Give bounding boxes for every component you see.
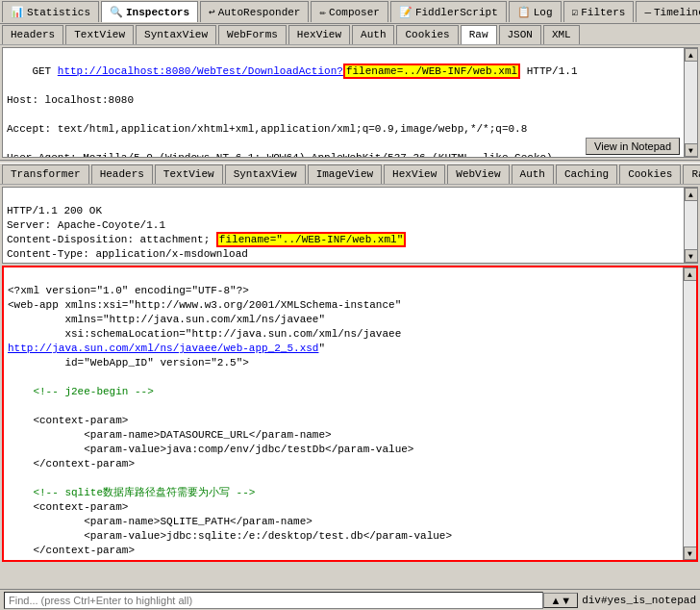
tab-log-label: Log bbox=[534, 7, 553, 18]
response-header-content: HTTP/1.1 200 OK Server: Apache-Coyote/1.… bbox=[3, 188, 697, 264]
res-tab-raw[interactable]: Raw bbox=[683, 165, 700, 184]
req-tab-raw[interactable]: Raw bbox=[461, 25, 497, 44]
bottom-right-label: div#yes_is_notepad bbox=[582, 595, 696, 606]
param-name-1: <param-name>DATASOURCE_URL</param-name> bbox=[8, 429, 332, 441]
response-body-panel: <?xml version="1.0" encoding="UTF-8"?> <… bbox=[2, 266, 698, 562]
tab-composer-label: Composer bbox=[329, 7, 380, 18]
composer-icon: ✏ bbox=[319, 6, 326, 18]
req-tab-cookies[interactable]: Cookies bbox=[396, 25, 458, 44]
response-body-content: <?xml version="1.0" encoding="UTF-8"?> <… bbox=[4, 267, 696, 560]
context-param-2-open: <context-param> bbox=[8, 501, 128, 513]
param-value-2: <param-value>jdbc:sqlite:/e:/desktop/tes… bbox=[8, 530, 452, 542]
bottom-bar: ▲▼ div#yes_is_notepad bbox=[0, 589, 700, 610]
tab-statistics-label: Statistics bbox=[27, 7, 90, 18]
tab-inspectors[interactable]: 🔍 Inspectors bbox=[101, 1, 198, 22]
res-tab-hexview[interactable]: HexView bbox=[384, 165, 445, 184]
scroll-up-btn[interactable]: ▲ bbox=[685, 48, 698, 62]
res-tab-webview[interactable]: WebView bbox=[447, 165, 509, 184]
res-tab-textview[interactable]: TextView bbox=[155, 165, 223, 184]
req-tab-headers[interactable]: Headers bbox=[2, 25, 63, 44]
top-toolbar: 📊 Statistics 🔍 Inspectors ↩ AutoResponde… bbox=[0, 0, 700, 24]
res-body-scroll-up[interactable]: ▲ bbox=[684, 267, 697, 281]
tab-composer[interactable]: ✏ Composer bbox=[311, 1, 388, 22]
response-body-scrollbar[interactable]: ▲ ▼ bbox=[683, 267, 696, 560]
res-tab-imageview[interactable]: ImageView bbox=[308, 165, 382, 184]
response-header-panel: HTTP/1.1 200 OK Server: Apache-Coyote/1.… bbox=[2, 187, 698, 264]
tab-autoresponder[interactable]: ↩ AutoResponder bbox=[200, 1, 309, 22]
log-icon: 📋 bbox=[517, 6, 531, 18]
tab-inspectors-label: Inspectors bbox=[126, 7, 189, 18]
request-highlight: filename=../WEB-INF/web.xml bbox=[343, 64, 520, 79]
tab-fiddlerscript[interactable]: 📝 FiddlerScript bbox=[390, 1, 507, 22]
response-sub-toolbar: Transformer Headers TextView SyntaxView … bbox=[0, 164, 700, 185]
find-nav-button[interactable]: ▲▼ bbox=[543, 593, 578, 608]
tab-log[interactable]: 📋 Log bbox=[509, 1, 562, 22]
req-tab-json[interactable]: JSON bbox=[499, 25, 541, 44]
inspectors-icon: 🔍 bbox=[110, 6, 123, 18]
param-name-2: <param-name>SQLITE_PATH</param-name> bbox=[8, 516, 312, 527]
tab-fiddlerscript-label: FiddlerScript bbox=[415, 7, 498, 18]
scroll-track[interactable] bbox=[685, 62, 697, 143]
req-tab-hexview[interactable]: HexView bbox=[288, 25, 350, 44]
request-url[interactable]: http://localhost:8080/WebTest/DownloadAc… bbox=[58, 65, 343, 77]
req-tab-xml[interactable]: XML bbox=[543, 25, 580, 44]
response-header-rest: Content-Type: application/x-msdownload C… bbox=[7, 248, 248, 264]
scroll-down-btn[interactable]: ▼ bbox=[685, 143, 698, 157]
tab-autoresponder-label: AutoResponder bbox=[218, 7, 301, 18]
req-tab-textview[interactable]: TextView bbox=[65, 25, 134, 44]
fiddlerscript-icon: 📝 bbox=[399, 6, 412, 18]
request-panel: GET http://localhost:8080/WebTest/Downlo… bbox=[2, 47, 698, 158]
autoresponder-icon: ↩ bbox=[209, 6, 215, 18]
response-header-highlight: filename="../WEB-INF/web.xml" bbox=[216, 232, 406, 247]
request-host-line: Host: localhost:8080 bbox=[7, 94, 134, 106]
res-tab-auth[interactable]: Auth bbox=[512, 165, 554, 184]
res-tab-syntaxview[interactable]: SyntaxView bbox=[225, 165, 306, 184]
xmlns-attr: xmlns="http://java.sun.com/xml/ns/javaee… bbox=[8, 314, 325, 325]
tab-timeline-label: Timeline bbox=[654, 7, 700, 18]
context-param-1-close: </context-param> bbox=[8, 458, 135, 470]
bottom-right: ▲▼ div#yes_is_notepad bbox=[543, 593, 696, 608]
res-header-scroll-track[interactable] bbox=[685, 201, 697, 249]
webapp-open-tag: <web-app xmlns:xsi="http://www.w3.org/20… bbox=[8, 299, 401, 311]
j2ee-comment: <!-- j2ee-begin --> bbox=[8, 386, 154, 397]
id-attr: id="WebApp_ID" version="2.5"> bbox=[8, 357, 249, 369]
tab-filters-label: Filters bbox=[581, 7, 625, 18]
request-accept-line: Accept: text/html,application/xhtml+xml,… bbox=[7, 123, 527, 135]
res-tab-caching[interactable]: Caching bbox=[556, 165, 617, 184]
statistics-icon: 📊 bbox=[11, 6, 24, 18]
res-tab-headers[interactable]: Headers bbox=[91, 165, 153, 184]
view-notepad-button[interactable]: View in Notepad bbox=[586, 138, 680, 155]
res-body-scroll-down[interactable]: ▼ bbox=[684, 546, 697, 560]
res-tab-cookies[interactable]: Cookies bbox=[619, 165, 681, 184]
response-header-scrollbar[interactable]: ▲ ▼ bbox=[684, 188, 697, 263]
context-param-1-open: <context-param> bbox=[8, 415, 128, 426]
res-header-scroll-up[interactable]: ▲ bbox=[685, 188, 698, 201]
request-sub-toolbar: Headers TextView SyntaxView WebForms Hex… bbox=[0, 24, 700, 45]
request-method: GET bbox=[32, 65, 57, 77]
request-scrollbar[interactable]: ▲ ▼ bbox=[684, 48, 697, 157]
res-header-scroll-down[interactable]: ▼ bbox=[685, 249, 698, 263]
tab-statistics[interactable]: 📊 Statistics bbox=[2, 1, 99, 22]
schema-url[interactable]: http://java.sun.com/xml/ns/javaee/web-ap… bbox=[8, 343, 318, 354]
context-param-2-close: </context-param> bbox=[8, 545, 135, 556]
req-tab-syntaxview[interactable]: SyntaxView bbox=[136, 25, 216, 44]
request-useragent-line: User-Agent: Mozilla/5.0 (Windows NT 6.1;… bbox=[7, 152, 553, 157]
filters-icon: ☑ bbox=[572, 6, 579, 18]
request-protocol: HTTP/1.1 bbox=[520, 65, 577, 77]
req-tab-webforms[interactable]: WebForms bbox=[218, 25, 287, 44]
timeline-icon: — bbox=[644, 7, 651, 18]
sqlite-comment: <!-- sqlite数据库路径盘符需要为小写 --> bbox=[8, 487, 255, 498]
response-status: HTTP/1.1 200 OK Server: Apache-Coyote/1.… bbox=[7, 205, 216, 245]
tab-timeline[interactable]: — Timeline bbox=[636, 1, 700, 22]
xsi-attr: xsi:schemaLocation="http://java.sun.com/… bbox=[8, 328, 401, 340]
res-tab-transformer[interactable]: Transformer bbox=[2, 165, 89, 184]
req-tab-auth[interactable]: Auth bbox=[352, 25, 394, 44]
param-value-1: <param-value>java:comp/env/jdbc/testDb</… bbox=[8, 444, 413, 455]
tab-filters[interactable]: ☑ Filters bbox=[563, 1, 635, 22]
res-body-scroll-track[interactable] bbox=[684, 281, 696, 546]
find-input[interactable] bbox=[4, 592, 543, 609]
xml-declaration: <?xml version="1.0" encoding="UTF-8"?> bbox=[8, 285, 249, 296]
